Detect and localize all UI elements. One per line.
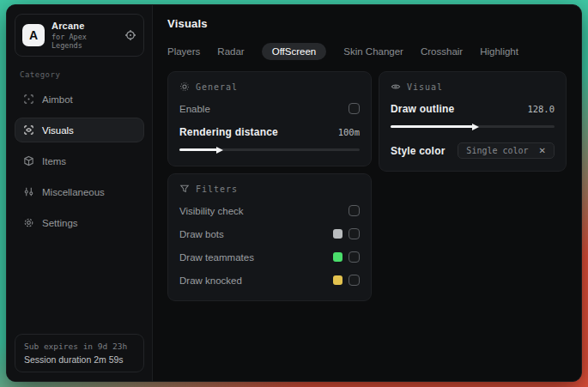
draw-outline-label: Draw outline xyxy=(391,103,454,115)
visibility-check-row: Visibility check xyxy=(179,202,360,220)
draw-bots-row: Draw bots xyxy=(179,225,360,243)
target-icon[interactable] xyxy=(124,29,136,41)
sidebar-item-label: Visuals xyxy=(42,125,74,136)
general-panel-title: General xyxy=(196,82,238,92)
style-color-label: Style color xyxy=(391,145,446,157)
sidebar-item-label: Settings xyxy=(42,218,78,228)
style-color-dropdown[interactable]: Single color ✕ xyxy=(458,142,555,159)
tab-skin-changer[interactable]: Skin Changer xyxy=(343,43,403,60)
draw-knocked-color-swatch[interactable] xyxy=(333,275,342,285)
clear-icon[interactable]: ✕ xyxy=(539,147,546,155)
sidebar-item-items[interactable]: Items xyxy=(15,148,144,173)
rendering-distance-label: Rendering distance xyxy=(179,126,278,138)
draw-bots-controls xyxy=(333,228,360,239)
draw-knocked-label: Draw knocked xyxy=(179,275,242,286)
rendering-distance-value: 100m xyxy=(338,127,360,137)
panels-area: General Enable Rendering distance 100m xyxy=(167,71,567,301)
crosshair-icon xyxy=(23,94,34,105)
eye-scan-icon xyxy=(23,124,34,136)
enable-row: Enable xyxy=(179,100,360,118)
app-titles: Arcane for Apex Legends xyxy=(52,21,118,50)
draw-knocked-checkbox[interactable] xyxy=(349,275,360,286)
sliders-icon xyxy=(23,186,34,197)
sidebar-spacer xyxy=(15,235,144,334)
sidebar-nav: Aimbot Visuals Items xyxy=(15,87,144,235)
enable-checkbox[interactable] xyxy=(349,103,360,114)
sidebar: A Arcane for Apex Legends Category xyxy=(7,5,153,381)
slider-thumb[interactable] xyxy=(472,124,479,130)
main-content: Visuals Players Radar OffScreen Skin Cha… xyxy=(153,5,581,381)
app-subtitle: for Apex Legends xyxy=(52,33,118,50)
app-logo: A xyxy=(22,24,45,46)
general-panel: General Enable Rendering distance 100m xyxy=(167,71,372,166)
tab-players[interactable]: Players xyxy=(167,43,200,60)
subscription-card: Sub expires in 9d 23h Session duration 2… xyxy=(15,334,144,372)
tab-radar[interactable]: Radar xyxy=(217,43,244,60)
draw-teammates-controls xyxy=(333,251,360,263)
sub-expires-text: Sub expires in 9d 23h xyxy=(24,342,135,351)
box-icon xyxy=(23,155,34,166)
rendering-distance-row: Rendering distance 100m xyxy=(179,123,360,141)
draw-knocked-controls xyxy=(333,275,360,286)
draw-teammates-checkbox[interactable] xyxy=(349,251,360,263)
filters-panel-header: Filters xyxy=(179,184,360,194)
visibility-check-label: Visibility check xyxy=(179,206,244,216)
sidebar-item-label: Items xyxy=(42,156,66,166)
visual-panel-header: Visual xyxy=(391,82,555,92)
draw-bots-label: Draw bots xyxy=(179,229,224,239)
draw-knocked-row: Draw knocked xyxy=(179,271,360,289)
left-column: General Enable Rendering distance 100m xyxy=(167,71,372,301)
category-label: Category xyxy=(20,70,139,79)
visual-panel: Visual Draw outline 128.0 Style color xyxy=(379,71,567,172)
slider-fill xyxy=(391,125,473,128)
right-column: Visual Draw outline 128.0 Style color xyxy=(379,71,567,172)
session-duration-text: Session duration 2m 59s xyxy=(24,354,135,365)
app-name: Arcane xyxy=(52,21,118,31)
sidebar-item-settings[interactable]: Settings xyxy=(15,210,144,235)
style-color-row: Style color Single color ✕ xyxy=(391,142,555,160)
tab-bar: Players Radar OffScreen Skin Changer Cro… xyxy=(167,43,567,60)
page-title: Visuals xyxy=(167,17,567,30)
rendering-distance-slider[interactable] xyxy=(179,145,360,154)
visibility-check-checkbox[interactable] xyxy=(349,205,360,216)
gear-icon xyxy=(23,217,34,228)
app-window: A Arcane for Apex Legends Category xyxy=(6,4,582,382)
style-color-selected-value: Single color xyxy=(466,146,528,155)
visual-panel-title: Visual xyxy=(407,82,443,92)
sidebar-item-visuals[interactable]: Visuals xyxy=(15,118,144,142)
draw-teammates-label: Draw teammates xyxy=(179,252,254,263)
tab-offscreen[interactable]: OffScreen xyxy=(262,43,327,60)
app-header-card: A Arcane for Apex Legends xyxy=(15,14,144,57)
draw-teammates-color-swatch[interactable] xyxy=(333,252,342,262)
tab-crosshair[interactable]: Crosshair xyxy=(421,43,463,60)
draw-teammates-row: Draw teammates xyxy=(179,248,360,266)
sun-icon xyxy=(179,82,190,92)
enable-label: Enable xyxy=(179,104,210,114)
draw-bots-color-swatch[interactable] xyxy=(333,229,342,239)
tab-highlight[interactable]: Highlight xyxy=(480,43,518,60)
eye-icon xyxy=(391,82,401,92)
sidebar-item-miscellaneous[interactable]: Miscellaneous xyxy=(15,179,144,204)
sidebar-item-label: Aimbot xyxy=(42,94,73,105)
draw-outline-slider[interactable] xyxy=(391,122,555,131)
slider-fill xyxy=(179,148,217,151)
funnel-icon xyxy=(179,184,190,194)
draw-bots-checkbox[interactable] xyxy=(349,228,360,239)
sidebar-item-label: Miscellaneous xyxy=(42,187,105,197)
draw-outline-row: Draw outline 128.0 xyxy=(391,100,555,118)
draw-outline-value: 128.0 xyxy=(527,104,555,114)
slider-thumb[interactable] xyxy=(216,147,223,154)
general-panel-header: General xyxy=(179,82,360,92)
filters-panel: Filters Visibility check Draw bots xyxy=(167,173,372,301)
sidebar-item-aimbot[interactable]: Aimbot xyxy=(15,87,144,112)
filters-panel-title: Filters xyxy=(196,184,238,194)
